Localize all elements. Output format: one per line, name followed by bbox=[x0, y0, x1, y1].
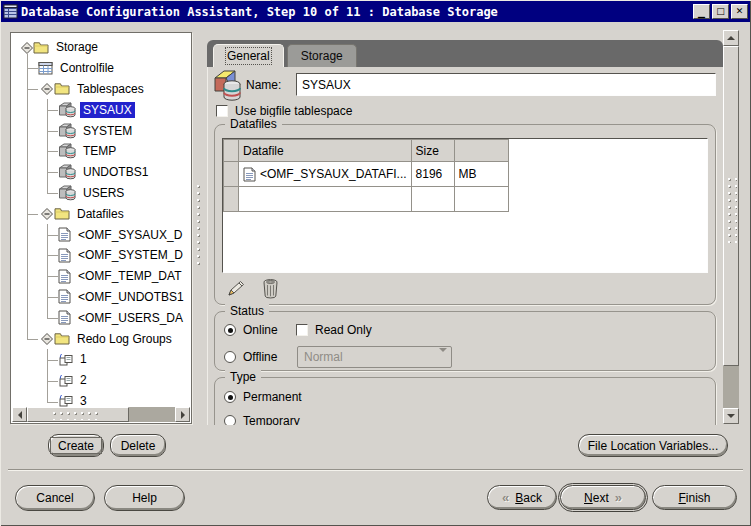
tree-item-label: Storage bbox=[53, 39, 101, 55]
finish-button[interactable]: Finish bbox=[652, 485, 737, 510]
bigfile-checkbox[interactable] bbox=[216, 105, 228, 117]
tree-item-system[interactable]: SYSTEM bbox=[12, 120, 190, 141]
tree-item-label: 2 bbox=[77, 372, 90, 388]
size-cell[interactable]: 8196 bbox=[411, 162, 454, 187]
datafile-name: <OMF_SYSAUX_DATAFI... bbox=[260, 167, 407, 181]
finish-label: Finish bbox=[678, 491, 710, 505]
tablespace-icon bbox=[58, 102, 76, 118]
online-label: Online bbox=[243, 323, 278, 337]
tab-label: Storage bbox=[301, 49, 343, 63]
checkbox-read-only[interactable] bbox=[296, 324, 308, 336]
delete-datafile-button[interactable] bbox=[257, 278, 283, 300]
delete-button[interactable]: Delete bbox=[110, 434, 166, 457]
tree-item-label: <OMF_USERS_DA bbox=[75, 310, 186, 326]
tab-storage[interactable]: Storage bbox=[287, 44, 357, 67]
empty-cell[interactable] bbox=[239, 187, 412, 212]
empty-row[interactable] bbox=[224, 187, 509, 212]
tree-item-storage[interactable]: Storage bbox=[12, 37, 190, 58]
chevron-down-icon bbox=[439, 352, 447, 366]
scroll-down-button[interactable] bbox=[723, 408, 739, 424]
empty-cell[interactable] bbox=[454, 187, 508, 212]
name-input[interactable] bbox=[296, 73, 716, 96]
tree-item-omf-temp[interactable]: <OMF_TEMP_DAT bbox=[12, 266, 190, 287]
back-button[interactable]: « Back bbox=[487, 485, 557, 510]
vscroll-track[interactable] bbox=[723, 366, 739, 408]
radio-offline[interactable] bbox=[224, 351, 236, 363]
tablespace-icon bbox=[58, 164, 76, 180]
tree-item-omf-users[interactable]: <OMF_USERS_DA bbox=[12, 307, 190, 328]
close-button[interactable]: ✕ bbox=[731, 4, 748, 19]
titlebar[interactable]: Database Configuration Assistant, Step 1… bbox=[1, 1, 750, 22]
tree-item-users[interactable]: USERS bbox=[12, 183, 190, 204]
tablespace-icon bbox=[58, 123, 76, 139]
tree-item-omf-sysaux[interactable]: <OMF_SYSAUX_D bbox=[12, 224, 190, 245]
offline-mode-select[interactable]: Normal bbox=[297, 346, 452, 368]
tree-item-temp[interactable]: TEMP bbox=[12, 141, 190, 162]
radio-online[interactable] bbox=[224, 324, 236, 336]
status-legend: Status bbox=[225, 304, 269, 318]
tree-item-omf-system[interactable]: <OMF_SYSTEM_D bbox=[12, 245, 190, 266]
maximize-button[interactable]: □ bbox=[712, 4, 729, 19]
bigfile-label: Use bigfile tablespace bbox=[235, 104, 352, 118]
minimize-button[interactable]: ▁ bbox=[693, 4, 710, 19]
column-header-unit bbox=[454, 140, 508, 162]
type-groupbox: Type Permanent Temporary bbox=[214, 377, 716, 425]
separator bbox=[8, 469, 743, 471]
next-chevron-icon: » bbox=[615, 490, 622, 505]
grip-dots bbox=[727, 177, 737, 243]
tree-hscrollbar[interactable] bbox=[12, 407, 190, 422]
vscroll-thumb[interactable] bbox=[723, 46, 739, 366]
tree-item-sysaux[interactable]: SYSAUX bbox=[12, 99, 190, 120]
file-location-variables-button[interactable]: File Location Variables... bbox=[578, 434, 728, 457]
tablespace-icon bbox=[58, 143, 76, 159]
tree-item-label: <OMF_SYSTEM_D bbox=[75, 247, 186, 263]
permanent-label: Permanent bbox=[243, 390, 302, 404]
create-button[interactable]: Create bbox=[48, 434, 104, 457]
empty-cell[interactable] bbox=[411, 187, 454, 212]
datafile-cell[interactable]: <OMF_SYSAUX_DATAFI... bbox=[239, 162, 412, 187]
tablespace-large-icon bbox=[212, 69, 244, 103]
cancel-label: Cancel bbox=[36, 491, 73, 505]
tree-item-controlfile[interactable]: Controlfile bbox=[12, 58, 190, 79]
back-label: Back bbox=[515, 491, 542, 505]
pencil-icon bbox=[225, 278, 247, 298]
splitter[interactable] bbox=[193, 32, 206, 424]
scroll-right-button[interactable] bbox=[175, 407, 190, 422]
radio-permanent[interactable] bbox=[224, 391, 236, 403]
tree-item-label: USERS bbox=[80, 185, 127, 201]
tree-item-redo-2[interactable]: 2 bbox=[12, 370, 190, 391]
tree-item-undotbs1[interactable]: UNDOTBS1 bbox=[12, 162, 190, 183]
datafile-row[interactable]: <OMF_SYSAUX_DATAFI... 8196 MB bbox=[224, 162, 509, 187]
hscroll-thumb[interactable] bbox=[27, 407, 129, 422]
tab-label: General bbox=[227, 49, 270, 63]
unit-cell[interactable]: MB bbox=[454, 162, 508, 187]
redolog-icon bbox=[58, 394, 73, 407]
edit-datafile-button[interactable] bbox=[223, 278, 249, 300]
radio-temporary[interactable] bbox=[224, 415, 236, 425]
next-button[interactable]: Next » bbox=[560, 485, 646, 510]
redolog-icon bbox=[58, 374, 73, 387]
datafile-icon bbox=[243, 167, 256, 182]
controlfile-icon bbox=[38, 61, 53, 75]
window-title: Database Configuration Assistant, Step 1… bbox=[21, 5, 691, 19]
scroll-up-button[interactable] bbox=[723, 30, 739, 46]
tab-general[interactable]: General bbox=[213, 44, 284, 67]
datafiles-legend: Datafiles bbox=[225, 117, 282, 131]
datafile-icon bbox=[58, 248, 71, 263]
cancel-button[interactable]: Cancel bbox=[15, 485, 95, 511]
tree-item-redo-log-groups[interactable]: Redo Log Groups bbox=[12, 328, 190, 349]
help-button[interactable]: Help bbox=[104, 485, 185, 511]
hscroll-track[interactable] bbox=[129, 407, 175, 422]
file-location-variables-label: File Location Variables... bbox=[588, 439, 719, 453]
tree-item-redo-1[interactable]: 1 bbox=[12, 349, 190, 370]
datafile-icon bbox=[58, 227, 71, 242]
tree-item-datafiles[interactable]: Datafiles bbox=[12, 203, 190, 224]
scroll-left-button[interactable] bbox=[12, 407, 27, 422]
tree-item-redo-3[interactable]: 3 bbox=[12, 391, 190, 407]
vertical-scrollbar[interactable] bbox=[723, 30, 739, 424]
row-header-cell bbox=[224, 162, 239, 187]
tree-item-label: SYSTEM bbox=[80, 123, 135, 139]
tree-item-omf-undotbs1[interactable]: <OMF_UNDOTBS1 bbox=[12, 287, 190, 308]
tree-item-tablespaces[interactable]: Tablespaces bbox=[12, 79, 190, 100]
tree-item-label: UNDOTBS1 bbox=[80, 164, 151, 180]
